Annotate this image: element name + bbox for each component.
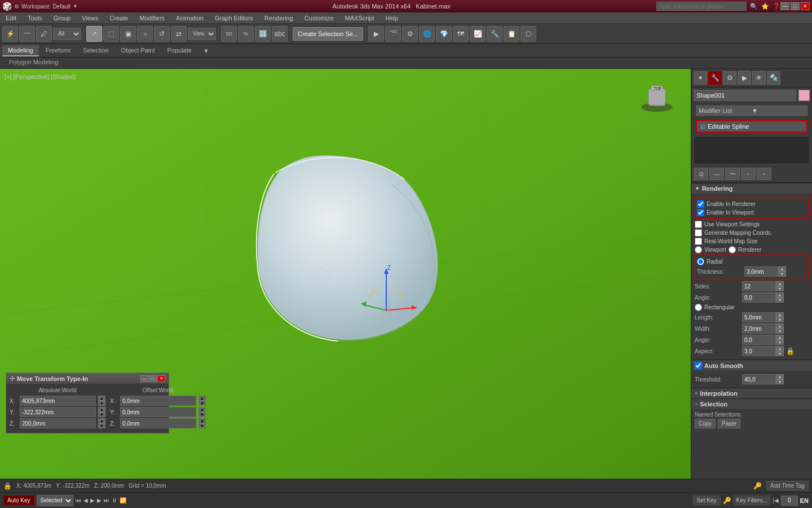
sides-up[interactable]: ▲ <box>776 281 784 286</box>
hierarchy-icon[interactable]: ⚙ <box>723 71 736 85</box>
length-up[interactable]: ▲ <box>776 312 784 317</box>
off-z-input[interactable] <box>120 418 196 428</box>
aspect-down[interactable]: ▼ <box>776 351 784 356</box>
rect-angle-input[interactable] <box>742 335 776 345</box>
thickness-input[interactable] <box>744 266 778 277</box>
playback-extra1[interactable]: ⏸ <box>112 497 117 503</box>
curve-btn[interactable]: 📈 <box>470 26 486 42</box>
paint-select-btn[interactable]: 🖊 <box>36 26 52 42</box>
rectangular-radio[interactable] <box>695 304 702 311</box>
threshold-down[interactable]: ▼ <box>776 379 784 384</box>
menu-rendering[interactable]: Rendering <box>261 14 297 23</box>
viewport-radio[interactable] <box>695 246 702 253</box>
menu-edit[interactable]: Edit <box>2 14 20 23</box>
aspect-lock-icon[interactable]: 🔒 <box>786 347 795 355</box>
sides-input[interactable] <box>742 281 776 291</box>
abs-x-up[interactable]: ▲ <box>98 396 105 401</box>
sides-down[interactable]: ▼ <box>776 286 784 291</box>
angle-input[interactable] <box>742 292 776 303</box>
renderer-radio[interactable] <box>729 246 736 253</box>
abs-y-up[interactable]: ▲ <box>98 407 105 412</box>
enable-viewport-checkbox[interactable] <box>697 209 704 216</box>
thickness-up[interactable]: ▲ <box>778 266 786 271</box>
rect-angle-up[interactable]: ▲ <box>776 335 784 340</box>
subobj-spline-btn[interactable]: 〜 <box>725 168 740 180</box>
aspect-up[interactable]: ▲ <box>776 346 784 351</box>
angle-up[interactable]: ▲ <box>776 292 784 297</box>
select-region-btn[interactable]: ⬚ <box>103 26 119 42</box>
aspect-input[interactable] <box>742 346 776 356</box>
subobj-extra2-btn[interactable]: ▫ <box>757 168 771 180</box>
lasso-select-btn[interactable]: 〰 <box>19 26 35 42</box>
abs-z-input[interactable] <box>20 418 96 428</box>
auto-key-btn[interactable]: Auto Key <box>3 496 34 505</box>
padlock-icon[interactable]: 🔑 <box>753 482 762 490</box>
rect-select-btn[interactable]: ▣ <box>120 26 136 42</box>
abs-z-up[interactable]: ▲ <box>98 418 105 423</box>
threshold-up[interactable]: ▲ <box>776 374 784 379</box>
length-down[interactable]: ▼ <box>776 317 784 322</box>
percent-btn[interactable]: % <box>238 26 254 42</box>
off-y-input[interactable] <box>120 407 196 417</box>
thickness-down[interactable]: ▼ <box>778 271 786 277</box>
dialog-close-btn[interactable]: ✕ <box>157 375 165 382</box>
dropdown-arrow[interactable]: ▼ <box>73 3 78 9</box>
off-y-up[interactable]: ▲ <box>198 407 206 412</box>
tab-modeling[interactable]: Modeling <box>2 45 39 56</box>
selected-dropdown[interactable]: Selected <box>37 495 73 506</box>
dialog-minimize-btn[interactable]: — <box>140 375 148 382</box>
modifier-list-dropdown[interactable]: Modifier List ▼ <box>696 106 807 116</box>
angle-down[interactable]: ▼ <box>776 297 784 303</box>
playback-start-icon[interactable]: ⏮ <box>76 497 81 503</box>
realworld-checkbox[interactable] <box>695 238 702 245</box>
filter-dropdown[interactable]: All <box>53 28 81 40</box>
rendering-header[interactable]: ▼ Rendering <box>691 183 812 194</box>
map-btn[interactable]: 🗺 <box>453 26 469 42</box>
off-y-down[interactable]: ▼ <box>198 412 206 417</box>
render-btn[interactable]: 🎬 <box>385 26 401 42</box>
dialog-maximize-btn[interactable]: □ <box>149 375 157 382</box>
frame-input[interactable] <box>781 496 798 506</box>
menu-modifiers[interactable]: Modifiers <box>136 14 168 23</box>
width-up[interactable]: ▲ <box>776 323 784 329</box>
viewport[interactable]: Z TOP <box>0 69 691 479</box>
minimize-button[interactable]: — <box>780 2 789 10</box>
auto-smooth-checkbox[interactable] <box>695 362 702 369</box>
off-z-down[interactable]: ▼ <box>198 423 206 428</box>
selection-header[interactable]: − Selection <box>691 399 812 409</box>
transform-btn[interactable]: ↺ <box>154 26 170 42</box>
menu-maxscript[interactable]: MAXScript <box>342 14 378 23</box>
menu-customize[interactable]: Customize <box>301 14 337 23</box>
menu-create[interactable]: Create <box>106 14 131 23</box>
search-icon[interactable]: 🔍 <box>750 3 758 10</box>
interpolation-header[interactable]: + Interpolation <box>691 388 812 398</box>
motion-icon[interactable]: ▶ <box>738 71 751 85</box>
playback-end-icon[interactable]: ⏭ <box>104 497 109 503</box>
key-filter-btn[interactable]: abc <box>272 26 288 42</box>
threshold-input[interactable] <box>742 374 776 384</box>
add-time-tag-btn[interactable]: Add Time Tag <box>766 481 809 491</box>
maximize-button[interactable]: □ <box>791 2 800 10</box>
view-dropdown[interactable]: View <box>188 28 216 40</box>
select-btn[interactable]: ↗ <box>86 26 102 42</box>
material-btn[interactable]: 💎 <box>436 26 452 42</box>
menu-animation[interactable]: Animation <box>173 14 207 23</box>
prev-frame-icon[interactable]: ◀ <box>83 497 88 503</box>
abs-x-input[interactable] <box>20 396 96 406</box>
color-swatch[interactable] <box>798 90 810 101</box>
extra-btn[interactable]: ⬡ <box>520 26 536 42</box>
bookmark-icon[interactable]: ⭐ <box>761 3 769 10</box>
playback-extra2[interactable]: 🔁 <box>120 497 126 503</box>
use-viewport-checkbox[interactable] <box>695 221 702 228</box>
snap-3d-btn[interactable]: 3D <box>221 26 237 42</box>
modify-icon[interactable]: 🔧 <box>708 71 722 85</box>
menu-group[interactable]: Group <box>50 14 74 23</box>
copy-btn[interactable]: Copy <box>695 419 716 428</box>
key-filters-btn[interactable]: Key Filters... <box>734 496 771 505</box>
fence-select-btn[interactable]: ⟐ <box>137 26 153 42</box>
search-input[interactable] <box>656 2 747 11</box>
off-x-input[interactable] <box>120 396 196 406</box>
menu-graph-editors[interactable]: Graph Editors <box>211 14 257 23</box>
menu-views[interactable]: Views <box>78 14 102 23</box>
populate-dropdown[interactable]: ▼ <box>203 47 209 54</box>
